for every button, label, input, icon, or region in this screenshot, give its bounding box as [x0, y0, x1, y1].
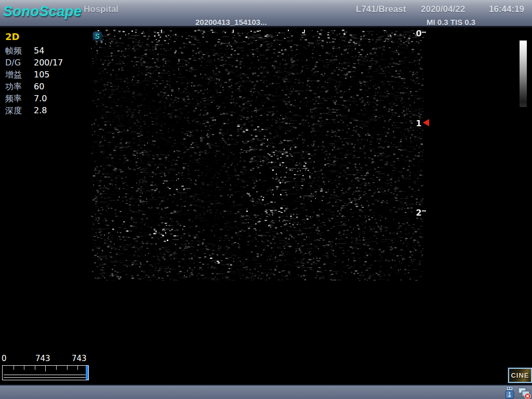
focus-position-marker-icon — [423, 119, 429, 126]
usb-drive-icon[interactable] — [503, 386, 516, 399]
param-label: 频率 — [5, 94, 34, 105]
param-value: 7.0 — [34, 94, 47, 105]
cine-scrub-handle[interactable] — [86, 366, 88, 380]
width-scale-tick — [304, 30, 305, 33]
param-value: 105 — [34, 70, 50, 82]
ultrasound-image — [91, 30, 423, 281]
cine-tick — [35, 366, 35, 370]
param-row-frequency: 频率 7.0 — [5, 94, 83, 105]
width-scale-tick — [161, 30, 162, 33]
param-label: 深度 — [5, 105, 34, 117]
width-scale-tick — [233, 30, 234, 33]
param-value: 60 — [34, 82, 44, 94]
param-row-gain: 增益 105 — [5, 70, 83, 82]
sonoscape-logo: SonoScape — [3, 4, 82, 20]
param-value: 54 — [34, 46, 44, 58]
depth-ruler-tick — [422, 32, 426, 33]
depth-mark-1: 1 — [415, 118, 423, 128]
cine-tick — [77, 366, 78, 370]
cine-button[interactable]: CINE — [508, 368, 532, 383]
param-row-power: 功率 60 — [5, 82, 83, 94]
param-label: 功率 — [5, 82, 34, 94]
grayscale-map-bar — [520, 41, 527, 107]
param-label: D/G — [5, 58, 34, 70]
param-value: 200/17 — [34, 58, 63, 70]
param-row-frame-rate: 帧频 54 — [5, 46, 83, 58]
depth-mark-2: 2 — [415, 208, 423, 218]
orientation-marker-badge: S — [92, 31, 102, 41]
cine-tick — [56, 366, 57, 370]
system-time: 16:44:19 — [489, 4, 524, 15]
cine-tick — [67, 366, 68, 370]
depth-ruler-tick — [422, 210, 426, 211]
cine-track-line — [4, 375, 86, 375]
mi-tis-indices: MI 0.3 TIS 0.3 — [427, 18, 475, 26]
system-date: 2020/04/22 — [421, 4, 465, 15]
system-taskbar — [0, 384, 532, 399]
cine-track-line — [4, 377, 86, 378]
depth-mark-0: 0 — [415, 29, 423, 38]
network-disconnected-icon[interactable] — [517, 386, 530, 399]
probe-preset: L741/Breast — [356, 4, 406, 15]
param-row-dynamic-range: D/G 200/17 — [5, 58, 83, 70]
param-label: 帧频 — [5, 46, 34, 58]
exam-file-name: 20200413_154103... — [195, 18, 267, 26]
cine-total-frames: 743 — [72, 354, 87, 363]
imaging-parameters-panel: 2D 帧频 54 D/G 200/17 增益 105 功率 60 频率 7.0 … — [5, 31, 83, 117]
cine-start-frame: 0 — [2, 354, 7, 363]
title-bar: SonoScape Hospital 20200413_154103... L7… — [0, 0, 532, 28]
cine-tick — [45, 366, 46, 371]
param-label: 增益 — [5, 70, 34, 82]
cine-track[interactable] — [2, 365, 89, 380]
hospital-name: Hospital — [84, 4, 118, 15]
mode-label: 2D — [5, 31, 83, 42]
cine-tick — [24, 366, 24, 370]
param-row-depth: 深度 2.8 — [5, 105, 83, 117]
cine-tick — [14, 366, 14, 370]
param-value: 2.8 — [34, 105, 47, 117]
cine-current-frame: 743 — [35, 354, 50, 363]
